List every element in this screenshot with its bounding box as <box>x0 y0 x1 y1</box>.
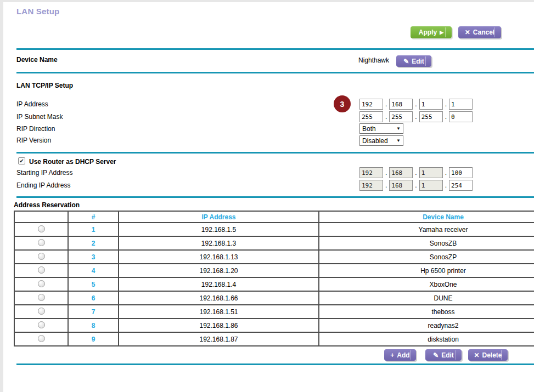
row-ip-address: 192.168.1.20 <box>119 264 319 277</box>
table-row: 1192.168.1.5Yamaha receiver <box>14 223 534 236</box>
dhcp-server-checkbox[interactable]: ✔ <box>18 157 25 164</box>
start-octet-2 <box>389 167 413 178</box>
close-icon: ✕ <box>465 29 470 36</box>
section-divider <box>16 48 534 50</box>
row-select-radio[interactable] <box>38 253 45 260</box>
section-divider <box>16 363 534 365</box>
row-number: 5 <box>68 277 119 291</box>
end-octet-4[interactable] <box>449 180 473 191</box>
row-number: 1 <box>68 223 119 236</box>
row-device-name: DUNE <box>319 291 534 305</box>
row-ip-address: 192.168.1.4 <box>119 277 319 291</box>
octet-separator: . <box>385 181 387 189</box>
add-button-label: Add <box>397 351 409 359</box>
row-radio-cell <box>14 332 68 346</box>
table-row: 7192.168.1.51theboss <box>14 305 534 319</box>
table-row: 9192.168.1.87diskstation <box>14 332 534 346</box>
ip-octet-1[interactable] <box>359 99 383 110</box>
rip-version-value: Disabled <box>362 137 388 145</box>
radio-column-header <box>14 211 68 223</box>
row-select-radio[interactable] <box>38 294 45 301</box>
row-radio-cell <box>14 305 68 319</box>
ending-ip-label: Ending IP Address <box>16 181 71 189</box>
subnet-octet-3[interactable] <box>419 111 443 122</box>
row-device-name: theboss <box>319 305 534 319</box>
table-row: 3192.168.1.13SonosZP <box>14 250 534 264</box>
device-edit-button[interactable]: ✎ Edit <box>396 55 431 67</box>
row-device-name: SonosZB <box>319 236 534 250</box>
pencil-icon: ✎ <box>403 58 409 65</box>
rip-version-label: RIP Version <box>16 137 51 144</box>
row-select-radio[interactable] <box>38 321 45 328</box>
start-octet-1 <box>359 167 383 178</box>
starting-ip-inputs: . . . <box>359 167 473 178</box>
row-number: 6 <box>68 291 119 305</box>
device-name-value: Nighthawk <box>358 56 389 64</box>
row-select-radio[interactable] <box>38 308 45 315</box>
row-select-radio[interactable] <box>38 239 45 246</box>
row-ip-address: 192.168.1.3 <box>119 236 319 250</box>
reservation-table-body: 1192.168.1.5Yamaha receiver2192.168.1.3S… <box>14 223 534 346</box>
row-number: 9 <box>68 332 119 346</box>
number-column-header: # <box>68 211 119 223</box>
row-radio-cell <box>14 291 68 305</box>
section-divider <box>16 72 534 73</box>
ip-octet-2[interactable] <box>389 99 413 110</box>
row-radio-cell <box>14 277 68 291</box>
ip-address-label: IP Address <box>16 100 48 108</box>
ip-octet-3[interactable] <box>419 99 443 110</box>
delete-button[interactable]: ✕ Delete <box>468 349 508 361</box>
table-row: 2192.168.1.3SonosZB <box>14 236 534 250</box>
end-octet-1 <box>359 180 383 191</box>
edit-button[interactable]: ✎ Edit <box>425 349 462 361</box>
table-row: 6192.168.1.66DUNE <box>14 291 534 305</box>
plus-icon: + <box>390 351 394 359</box>
octet-separator: . <box>415 169 417 177</box>
subnet-octet-2[interactable] <box>389 111 413 122</box>
row-radio-cell <box>14 236 68 250</box>
row-select-radio[interactable] <box>38 225 45 232</box>
octet-separator: . <box>415 100 417 108</box>
row-number: 2 <box>68 236 119 250</box>
octet-separator: . <box>415 113 417 121</box>
octet-separator: . <box>445 169 447 177</box>
device-column-header: Device Name <box>319 211 534 223</box>
row-radio-cell <box>14 223 68 236</box>
row-select-radio[interactable] <box>38 335 45 342</box>
ending-ip-inputs: . . . <box>359 180 473 191</box>
subnet-mask-inputs: . . . <box>359 111 473 122</box>
octet-separator: . <box>385 100 387 108</box>
row-device-name: XboxOne <box>319 277 534 291</box>
octet-separator: . <box>445 100 447 108</box>
end-octet-3 <box>419 180 443 191</box>
row-device-name: Yamaha receiver <box>319 223 534 236</box>
table-row: 5192.168.1.4XboxOne <box>14 277 534 291</box>
chevron-down-icon: ▼ <box>396 126 401 131</box>
subnet-octet-4[interactable] <box>449 111 473 122</box>
octet-separator: . <box>415 181 417 189</box>
row-ip-address: 192.168.1.86 <box>119 319 319 332</box>
row-radio-cell <box>14 264 68 277</box>
cancel-button[interactable]: ✕ Cancel <box>458 26 501 38</box>
ip-address-inputs: . . . <box>359 99 473 110</box>
ip-octet-4[interactable] <box>449 99 473 110</box>
start-octet-4[interactable] <box>449 167 473 178</box>
row-ip-address: 192.168.1.87 <box>119 332 319 346</box>
table-row: 8192.168.1.86readynas2 <box>14 319 534 332</box>
rip-direction-label: RIP Direction <box>16 125 55 133</box>
row-radio-cell <box>14 250 68 264</box>
table-header-row: # IP Address Device Name <box>14 211 534 223</box>
address-reservation-heading: Address Reservation <box>14 201 80 209</box>
row-select-radio[interactable] <box>38 266 45 274</box>
row-number: 7 <box>68 305 119 319</box>
add-button[interactable]: + Add <box>384 349 416 361</box>
rip-direction-select[interactable]: Both ▼ <box>359 123 403 134</box>
rip-version-select[interactable]: Disabled ▼ <box>359 135 403 146</box>
lan-tcpip-heading: LAN TCP/IP Setup <box>16 82 73 89</box>
checkmark-icon: ✔ <box>19 158 24 164</box>
row-ip-address: 192.168.1.51 <box>119 305 319 319</box>
subnet-octet-1[interactable] <box>359 111 383 122</box>
row-select-radio[interactable] <box>38 280 45 287</box>
section-divider <box>16 196 534 198</box>
apply-button[interactable]: Apply ▶ <box>411 26 452 38</box>
